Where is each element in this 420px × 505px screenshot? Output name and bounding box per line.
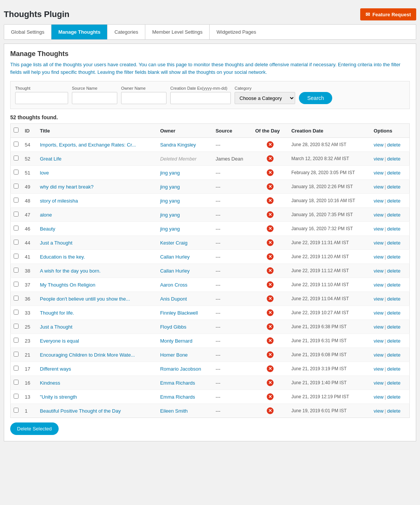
view-link[interactable]: view xyxy=(374,338,384,344)
owner-name[interactable]: Deleted Member xyxy=(160,156,196,162)
view-link[interactable]: view xyxy=(374,240,384,246)
row-checkbox[interactable] xyxy=(14,338,19,343)
owner-name[interactable]: Romario Jacobson xyxy=(160,366,201,372)
row-checkbox[interactable] xyxy=(14,268,19,273)
delete-link[interactable]: delete xyxy=(387,310,400,316)
desc-link[interactable]: thoughts xyxy=(196,69,215,75)
owner-name[interactable]: jing yang xyxy=(160,212,180,218)
view-link[interactable]: view xyxy=(374,254,384,260)
creation-date-input[interactable] xyxy=(170,92,231,104)
row-owner[interactable]: jing yang xyxy=(157,222,213,236)
owner-name[interactable]: Finnley Blackwell xyxy=(160,310,198,316)
owner-name[interactable]: Kester Craig xyxy=(160,240,187,246)
row-title[interactable]: love xyxy=(37,166,157,180)
owner-name-input[interactable] xyxy=(121,92,166,104)
row-checkbox[interactable] xyxy=(14,352,19,357)
tab-widgetized-pages[interactable]: Widgetized Pages xyxy=(210,25,263,39)
view-link[interactable]: view xyxy=(374,394,384,400)
owner-name[interactable]: Callan Hurley xyxy=(160,268,190,274)
owner-name[interactable]: Homer Bone xyxy=(160,352,188,358)
view-link[interactable]: view xyxy=(374,170,384,176)
view-link[interactable]: view xyxy=(374,282,384,288)
delete-link[interactable]: delete xyxy=(387,282,400,288)
row-owner[interactable]: jing yang xyxy=(157,194,213,208)
thought-input[interactable] xyxy=(15,92,68,104)
view-link[interactable]: view xyxy=(374,268,384,274)
row-checkbox[interactable] xyxy=(14,254,19,259)
owner-name[interactable]: Eileen Smith xyxy=(160,408,188,414)
row-title[interactable]: Beautiful Positive Thought of the Day xyxy=(37,404,157,418)
owner-name[interactable]: Anis Dupont xyxy=(160,296,187,302)
row-owner[interactable]: Floyd Gibbs xyxy=(157,320,213,334)
row-title[interactable]: "Unity is strength xyxy=(37,390,157,404)
row-title[interactable]: Encouraging Children to Drink More Wate.… xyxy=(37,348,157,362)
row-checkbox[interactable] xyxy=(14,310,19,315)
tab-global-settings[interactable]: Global Settings xyxy=(4,25,51,39)
row-title[interactable]: alone xyxy=(37,208,157,222)
delete-link[interactable]: delete xyxy=(387,366,400,372)
view-link[interactable]: view xyxy=(374,324,384,330)
row-checkbox[interactable] xyxy=(14,170,19,175)
search-button[interactable]: Search xyxy=(299,92,332,104)
delete-link[interactable]: delete xyxy=(387,142,400,148)
delete-link[interactable]: delete xyxy=(387,170,400,176)
delete-link[interactable]: delete xyxy=(387,226,400,232)
delete-link[interactable]: delete xyxy=(387,156,400,162)
row-title[interactable]: Everyone is equal xyxy=(37,334,157,348)
owner-name[interactable]: Sandra Kingsley xyxy=(160,142,196,148)
row-checkbox[interactable] xyxy=(14,156,19,161)
view-link[interactable]: view xyxy=(374,296,384,302)
row-title[interactable]: Imports, Exports, and Exchange Rates: Cr… xyxy=(37,138,157,152)
row-title[interactable]: why did my heart break? xyxy=(37,180,157,194)
owner-name[interactable]: jing yang xyxy=(160,198,180,204)
owner-name[interactable]: Callan Hurley xyxy=(160,254,190,260)
row-title[interactable]: Just a Thought xyxy=(37,320,157,334)
row-checkbox[interactable] xyxy=(14,408,19,413)
view-link[interactable]: view xyxy=(374,184,384,190)
row-title[interactable]: Thought for life. xyxy=(37,306,157,320)
row-checkbox[interactable] xyxy=(14,240,19,245)
view-link[interactable]: view xyxy=(374,380,384,386)
row-checkbox[interactable] xyxy=(14,226,19,231)
row-owner[interactable]: Finnley Blackwell xyxy=(157,306,213,320)
tab-manage-thoughts[interactable]: Manage Thoughts xyxy=(51,25,107,39)
row-owner[interactable]: Eileen Smith xyxy=(157,404,213,418)
row-checkbox[interactable] xyxy=(14,324,19,329)
delete-link[interactable]: delete xyxy=(387,254,400,260)
category-select[interactable]: Choose a CategoryAll xyxy=(235,92,295,104)
row-owner[interactable]: Homer Bone xyxy=(157,348,213,362)
row-checkbox[interactable] xyxy=(14,212,19,217)
row-title[interactable]: story of milesisha xyxy=(37,194,157,208)
owner-name[interactable]: Floyd Gibbs xyxy=(160,324,186,330)
owner-name[interactable]: Emma Richards xyxy=(160,394,195,400)
row-owner[interactable]: Monty Bernard xyxy=(157,334,213,348)
view-link[interactable]: view xyxy=(374,352,384,358)
row-owner[interactable]: Sandra Kingsley xyxy=(157,138,213,152)
row-checkbox[interactable] xyxy=(14,184,19,189)
delete-link[interactable]: delete xyxy=(387,352,400,358)
delete-link[interactable]: delete xyxy=(387,380,400,386)
select-all-checkbox[interactable] xyxy=(14,128,19,132)
row-title[interactable]: Education is the key. xyxy=(37,250,157,264)
row-owner[interactable]: Emma Richards xyxy=(157,376,213,390)
row-title[interactable]: Great Life xyxy=(37,152,157,166)
delete-link[interactable]: delete xyxy=(387,394,400,400)
view-link[interactable]: view xyxy=(374,212,384,218)
view-link[interactable]: view xyxy=(374,366,384,372)
tab-member-level-settings[interactable]: Member Level Settings xyxy=(145,25,210,39)
view-link[interactable]: view xyxy=(374,310,384,316)
delete-link[interactable]: delete xyxy=(387,184,400,190)
row-owner[interactable]: Anis Dupont xyxy=(157,292,213,306)
row-title[interactable]: A wish for the day you born. xyxy=(37,264,157,278)
row-owner[interactable]: Kester Craig xyxy=(157,236,213,250)
row-title[interactable]: People don't believe untill you show the… xyxy=(37,292,157,306)
row-owner[interactable]: Aaron Cross xyxy=(157,278,213,292)
delete-link[interactable]: delete xyxy=(387,198,400,204)
delete-link[interactable]: delete xyxy=(387,212,400,218)
view-link[interactable]: view xyxy=(374,156,384,162)
row-title[interactable]: Kindness xyxy=(37,376,157,390)
source-name-input[interactable] xyxy=(72,92,117,104)
row-owner[interactable]: Callan Hurley xyxy=(157,264,213,278)
delete-link[interactable]: delete xyxy=(387,408,400,414)
row-title[interactable]: Beauty xyxy=(37,222,157,236)
